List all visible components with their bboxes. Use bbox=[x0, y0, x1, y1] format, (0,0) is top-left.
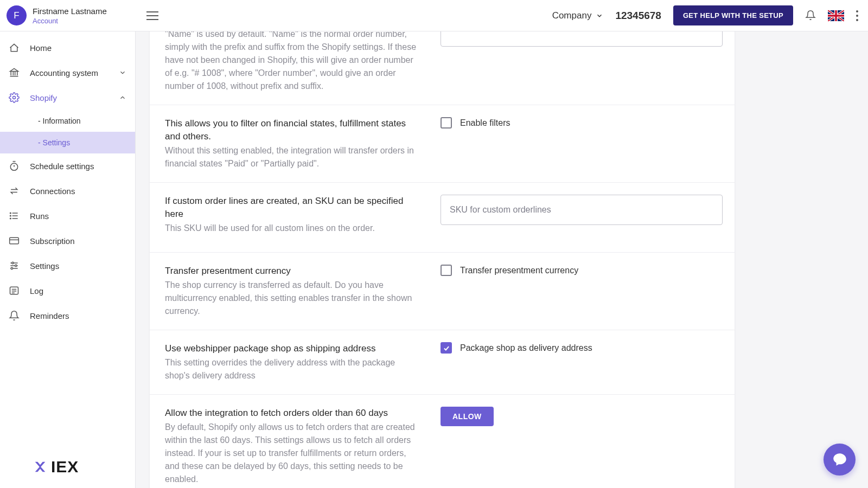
stopwatch-icon bbox=[9, 160, 20, 171]
avatar-initial: F bbox=[14, 10, 19, 21]
setting-desc: Without this setting enabled, the integr… bbox=[165, 144, 422, 170]
sidebar-item-schedule[interactable]: Schedule settings bbox=[0, 153, 135, 178]
sidebar-logo: IEX bbox=[33, 458, 79, 476]
chat-bubble-button[interactable] bbox=[824, 444, 856, 476]
setting-desc: The shop currency is transferred as defa… bbox=[165, 279, 422, 318]
setting-row-60days: Allow the integration to fetch orders ol… bbox=[150, 394, 735, 488]
sidebar: Home Accounting system Shopify - Informa… bbox=[0, 31, 136, 488]
svg-point-8 bbox=[15, 265, 17, 266]
card-icon bbox=[9, 235, 20, 246]
order-number-input[interactable] bbox=[441, 31, 723, 47]
sliders-icon bbox=[9, 260, 20, 271]
avatar-text: Firstname Lastname Account bbox=[33, 7, 107, 25]
sidebar-item-label: Reminders bbox=[30, 311, 69, 320]
settings-card: "Name" is used by default. "Name" is the… bbox=[149, 31, 735, 488]
svg-rect-6 bbox=[10, 237, 19, 244]
sidebar-item-runs[interactable]: Runs bbox=[0, 203, 135, 228]
svg-point-7 bbox=[12, 262, 14, 264]
arrows-icon bbox=[9, 185, 20, 196]
setting-desc: This SKU will be used for all custom lin… bbox=[165, 222, 422, 235]
setting-title: Transfer presentment currency bbox=[165, 265, 422, 278]
list-icon bbox=[9, 210, 20, 221]
bell-icon bbox=[9, 310, 20, 321]
logo-icon bbox=[33, 459, 48, 474]
svg-point-2 bbox=[10, 163, 17, 170]
chevron-down-icon bbox=[596, 12, 603, 20]
svg-point-3 bbox=[10, 213, 11, 214]
get-help-button[interactable]: GET HELP WITH THE SETUP bbox=[673, 5, 793, 25]
package-shop-checkbox[interactable] bbox=[441, 342, 452, 354]
svg-point-9 bbox=[11, 267, 12, 269]
chevron-up-icon bbox=[119, 94, 126, 101]
log-icon bbox=[9, 285, 20, 296]
sidebar-subitem-information[interactable]: - Information bbox=[0, 110, 135, 132]
setting-title: Allow the integration to fetch orders ol… bbox=[165, 407, 422, 420]
kebab-menu-icon[interactable] bbox=[856, 10, 858, 21]
gear-icon bbox=[9, 92, 20, 103]
bank-icon bbox=[9, 67, 20, 78]
company-selector[interactable]: Company bbox=[552, 10, 604, 21]
home-icon bbox=[9, 42, 20, 53]
sku-input[interactable] bbox=[441, 195, 723, 225]
sidebar-item-connections[interactable]: Connections bbox=[0, 178, 135, 203]
sidebar-item-shopify[interactable]: Shopify bbox=[0, 85, 135, 110]
sidebar-item-settings[interactable]: Settings bbox=[0, 253, 135, 278]
sidebar-item-log[interactable]: Log bbox=[0, 278, 135, 303]
setting-title: Use webshipper package shop as shipping … bbox=[165, 342, 422, 355]
setting-row-filters: This allows you to filter on financial s… bbox=[150, 105, 735, 182]
chevron-down-icon bbox=[119, 69, 126, 76]
sidebar-item-label: Settings bbox=[30, 261, 59, 271]
main-content: "Name" is used by default. "Name" is the… bbox=[136, 31, 868, 488]
setting-row-currency: Transfer presentment currency The shop c… bbox=[150, 252, 735, 330]
svg-point-4 bbox=[10, 215, 11, 216]
company-id: 12345678 bbox=[615, 10, 661, 22]
setting-row-ordernumber-tail: "Name" is used by default. "Name" is the… bbox=[150, 31, 735, 105]
bell-icon[interactable] bbox=[805, 10, 816, 22]
svg-point-1 bbox=[13, 97, 16, 99]
account-link[interactable]: Account bbox=[33, 17, 107, 25]
setting-title: This allows you to filter on financial s… bbox=[165, 117, 422, 143]
transfer-currency-checkbox[interactable] bbox=[441, 265, 452, 276]
setting-desc: By default, Shopify only allows us to fe… bbox=[165, 421, 422, 486]
check-icon bbox=[443, 344, 450, 352]
sidebar-item-reminders[interactable]: Reminders bbox=[0, 303, 135, 328]
topbar-left: F Firstname Lastname Account bbox=[0, 5, 136, 25]
allow-button[interactable]: ALLOW bbox=[441, 407, 494, 426]
sidebar-item-label: Accounting system bbox=[30, 68, 98, 78]
topbar-right: Company 12345678 GET HELP WITH THE SETUP bbox=[552, 5, 868, 25]
avatar[interactable]: F bbox=[7, 5, 27, 25]
setting-row-sku: If custom order lines are created, an SK… bbox=[150, 182, 735, 252]
sidebar-item-label: Shopify bbox=[30, 93, 57, 102]
checkbox-label: Transfer presentment currency bbox=[460, 266, 578, 275]
sidebar-item-label: Schedule settings bbox=[30, 162, 94, 171]
sidebar-item-home[interactable]: Home bbox=[0, 35, 135, 60]
user-name: Firstname Lastname bbox=[33, 7, 107, 16]
checkbox-label: Enable filters bbox=[460, 118, 510, 128]
sidebar-item-label: Subscription bbox=[30, 236, 75, 246]
hamburger-icon[interactable] bbox=[146, 11, 158, 20]
setting-title: If custom order lines are created, an SK… bbox=[165, 195, 422, 221]
chat-icon bbox=[832, 452, 848, 468]
sidebar-item-label: Home bbox=[30, 43, 52, 53]
sidebar-subitem-settings[interactable]: - Settings bbox=[0, 132, 135, 153]
checkbox-label: Package shop as delivery address bbox=[460, 343, 592, 353]
topbar: F Firstname Lastname Account Company 123… bbox=[0, 0, 868, 31]
language-flag[interactable] bbox=[828, 10, 844, 22]
company-label: Company bbox=[552, 10, 592, 21]
setting-desc: This setting overrides the delivery addr… bbox=[165, 356, 422, 382]
setting-desc: "Name" is used by default. "Name" is the… bbox=[165, 31, 422, 93]
sidebar-item-label: Log bbox=[30, 286, 43, 296]
sidebar-item-label: Runs bbox=[30, 211, 49, 221]
enable-filters-checkbox[interactable] bbox=[441, 117, 452, 129]
svg-point-5 bbox=[10, 218, 11, 219]
sidebar-item-accounting[interactable]: Accounting system bbox=[0, 60, 135, 85]
logo-text: IEX bbox=[51, 458, 79, 476]
sidebar-item-label: Connections bbox=[30, 187, 75, 196]
sidebar-item-subscription[interactable]: Subscription bbox=[0, 228, 135, 253]
setting-row-webshipper: Use webshipper package shop as shipping … bbox=[150, 330, 735, 394]
